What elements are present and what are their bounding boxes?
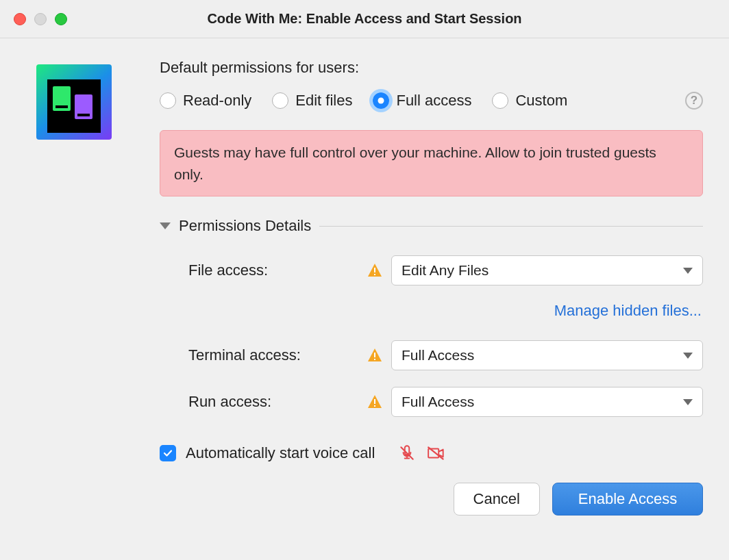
traffic-lights — [14, 13, 67, 25]
radio-custom[interactable]: Custom — [492, 92, 567, 110]
radio-read-only[interactable]: Read-only — [160, 92, 251, 110]
radio-label: Full access — [396, 92, 471, 110]
cancel-button[interactable]: Cancel — [454, 483, 540, 516]
close-window-button[interactable] — [14, 13, 26, 25]
radio-label: Edit files — [295, 92, 352, 110]
warning-banner: Guests may have full control over your m… — [160, 130, 703, 196]
button-label: Cancel — [473, 490, 520, 508]
voice-call-row: Automatically start voice call — [160, 444, 703, 462]
camera-off-icon[interactable] — [427, 444, 446, 462]
warning-icon — [367, 347, 383, 364]
svg-rect-4 — [374, 399, 375, 404]
divider — [319, 226, 703, 227]
section-title: Permissions Details — [179, 217, 311, 235]
titlebar: Code With Me: Enable Access and Start Se… — [0, 0, 729, 38]
warning-icon — [367, 262, 383, 279]
run-access-label: Run access: — [188, 393, 367, 411]
warning-icon — [367, 394, 383, 410]
permission-radio-group: Read-only Edit files Full access Custom … — [160, 92, 703, 110]
chevron-down-icon — [683, 268, 693, 274]
enable-access-button[interactable]: Enable Access — [552, 483, 703, 516]
svg-rect-3 — [374, 359, 375, 360]
window-title: Code With Me: Enable Access and Start Se… — [14, 11, 715, 27]
chevron-down-icon — [683, 353, 693, 359]
radio-edit-files[interactable]: Edit files — [272, 92, 352, 110]
file-access-select[interactable]: Edit Any Files — [391, 255, 703, 285]
terminal-access-row: Terminal access: Full Access — [160, 340, 703, 370]
code-with-me-logo — [36, 64, 113, 141]
select-value: Full Access — [401, 394, 474, 410]
svg-rect-1 — [374, 274, 375, 275]
svg-rect-0 — [374, 268, 375, 272]
file-access-row: File access: Edit Any Files — [160, 255, 703, 285]
radio-icon — [373, 92, 389, 109]
help-icon[interactable]: ? — [685, 92, 703, 110]
chevron-down-icon — [160, 222, 171, 229]
mic-muted-icon[interactable] — [398, 444, 416, 462]
radio-icon — [272, 92, 288, 109]
minimize-window-button — [34, 13, 47, 25]
run-access-row: Run access: Full Access — [160, 387, 703, 417]
run-access-select[interactable]: Full Access — [391, 387, 703, 417]
button-label: Enable Access — [578, 490, 677, 508]
terminal-access-select[interactable]: Full Access — [391, 340, 703, 370]
permissions-heading: Default permissions for users: — [160, 59, 703, 77]
check-icon — [162, 448, 173, 459]
chevron-down-icon — [683, 399, 693, 405]
radio-icon — [160, 92, 176, 109]
svg-rect-5 — [374, 405, 375, 407]
select-value: Full Access — [401, 347, 474, 364]
svg-rect-2 — [374, 353, 375, 357]
permissions-details-header[interactable]: Permissions Details — [160, 217, 703, 235]
manage-hidden-files-link[interactable]: Manage hidden files... — [554, 302, 702, 319]
dialog-buttons: Cancel Enable Access — [160, 483, 703, 516]
select-value: Edit Any Files — [401, 262, 489, 279]
radio-label: Read-only — [183, 92, 251, 110]
maximize-window-button[interactable] — [55, 13, 67, 25]
radio-icon — [492, 92, 508, 109]
file-access-label: File access: — [188, 262, 367, 279]
radio-full-access[interactable]: Full access — [373, 92, 471, 110]
radio-label: Custom — [515, 92, 567, 110]
voice-call-label: Automatically start voice call — [186, 444, 375, 462]
voice-call-checkbox[interactable] — [160, 445, 176, 461]
terminal-access-label: Terminal access: — [188, 346, 367, 364]
